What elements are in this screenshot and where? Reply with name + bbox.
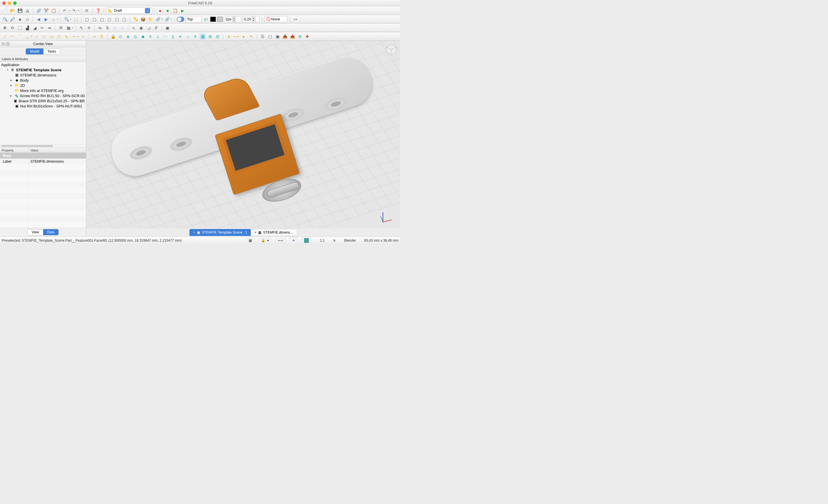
rotate-button[interactable]: ⟲ bbox=[9, 25, 15, 31]
face-color-swatch[interactable] bbox=[210, 17, 216, 22]
part-button[interactable]: 📦 bbox=[140, 16, 146, 22]
polygon-button[interactable]: ⬡ bbox=[56, 33, 62, 40]
macro-stop-button[interactable]: ■ bbox=[164, 7, 171, 14]
snap-lock-button[interactable]: 🔒 bbox=[110, 33, 116, 40]
fit-selection-button[interactable]: 🔎 bbox=[9, 16, 15, 22]
print-button[interactable]: 🖨 bbox=[24, 7, 31, 14]
dropdown-icon[interactable]: ▾ bbox=[171, 18, 172, 20]
add-to-group-button[interactable]: 📥 bbox=[282, 33, 288, 40]
view-bottom-button[interactable]: ▢ bbox=[114, 16, 120, 22]
slope-button[interactable]: ◿ bbox=[146, 25, 152, 31]
dropdown-icon[interactable]: ▾ bbox=[72, 27, 73, 29]
offset-button[interactable]: ◢ bbox=[32, 25, 38, 31]
navigation-cube[interactable] bbox=[385, 43, 398, 56]
dim-toggle-chip[interactable]: ⟷ bbox=[275, 238, 286, 243]
arc-button[interactable]: ◡ bbox=[24, 33, 31, 40]
refresh-button[interactable]: ⟳ bbox=[84, 7, 90, 14]
fillet-button[interactable]: ⌒ bbox=[17, 33, 23, 40]
view-top-button[interactable]: ▢ bbox=[91, 16, 97, 22]
ellipse-button[interactable]: ⬭ bbox=[41, 33, 47, 40]
wp-proxy-button[interactable]: ▢ bbox=[267, 33, 273, 40]
disclosure-icon[interactable]: ▶ bbox=[10, 94, 13, 97]
tab-view[interactable]: View bbox=[28, 229, 43, 235]
doc-tab-scene[interactable]: × ▣ STEMFIE Template Scene : 1 bbox=[190, 229, 251, 236]
label-tool-button[interactable]: ▸ bbox=[241, 33, 247, 40]
fill-mode-field[interactable]: 🚫 None bbox=[264, 16, 288, 22]
sublink-button[interactable]: 🔗 bbox=[164, 16, 170, 22]
snap-perp-button[interactable]: ⊥ bbox=[155, 33, 161, 40]
dropdown-icon[interactable]: ▾ bbox=[70, 18, 71, 20]
draft-to-sketch-button[interactable]: ◉ bbox=[138, 25, 144, 31]
line-width-field[interactable]: 2px ▴▾ bbox=[224, 16, 241, 22]
whats-this-button[interactable]: ❓ bbox=[95, 7, 101, 14]
move-button[interactable]: ✥ bbox=[2, 25, 8, 31]
nav-left-button[interactable]: ◀ bbox=[35, 16, 42, 22]
nav-right-button[interactable]: ▶ bbox=[43, 16, 49, 22]
snap-near-button[interactable]: ○ bbox=[184, 33, 191, 40]
disclosure-icon[interactable]: ▶ bbox=[10, 84, 13, 87]
view-front-button[interactable]: ▢ bbox=[84, 16, 90, 22]
dimension-button[interactable]: ⟷ bbox=[233, 33, 240, 40]
add-chip[interactable]: + bbox=[289, 237, 298, 244]
tree-item[interactable]: ▣Brace STR ERR BU1x5x0.25 - SPN-BR bbox=[0, 98, 86, 103]
dropdown-icon[interactable]: ▾ bbox=[57, 18, 58, 20]
3d-viewport[interactable]: × ▣ STEMFIE Template Scene : 1 × ▦ STEMF… bbox=[86, 41, 400, 236]
dropdown-icon[interactable]: ▾ bbox=[78, 35, 79, 38]
flip-dim-button[interactable]: ⇵ bbox=[153, 25, 159, 31]
rectangle-button[interactable]: ▭ bbox=[48, 33, 55, 40]
new-doc-button[interactable]: 📄 bbox=[2, 7, 8, 14]
snap-special-button[interactable]: ✦ bbox=[177, 33, 183, 40]
axo-button[interactable]: ◇ bbox=[24, 16, 31, 22]
snap-ortho-button[interactable]: # bbox=[192, 33, 198, 40]
join-button[interactable]: ⇆ bbox=[97, 25, 103, 31]
stepper-down-icon[interactable]: ▾ bbox=[232, 19, 236, 22]
split-button[interactable]: ⇅ bbox=[105, 25, 111, 31]
tag-button[interactable]: 🏷 bbox=[203, 16, 209, 22]
copy-button[interactable]: 📋 bbox=[50, 7, 57, 14]
shapestring-button[interactable]: S bbox=[98, 33, 105, 40]
line-opacity-field[interactable]: 0,20 ▴▾ bbox=[242, 16, 260, 22]
trimex-button[interactable]: ✂ bbox=[39, 25, 45, 31]
layer-button[interactable]: ☰ bbox=[259, 33, 266, 40]
tree-item[interactable]: ▶◆Body bbox=[0, 78, 86, 83]
line-button[interactable]: ／ bbox=[2, 33, 8, 40]
snap-ext-button[interactable]: ⋯ bbox=[162, 33, 168, 40]
toggle-display-button[interactable]: ▣ bbox=[274, 33, 281, 40]
circle-button[interactable]: ○ bbox=[33, 33, 40, 40]
doc-tab-dimensions[interactable]: × ▦ STEMFIE.dimens… bbox=[251, 229, 297, 236]
isometric-button[interactable]: ◈ bbox=[17, 16, 23, 22]
plane-toggle[interactable] bbox=[177, 17, 184, 22]
bezier-button[interactable]: ⤳ bbox=[71, 33, 77, 40]
macro-record-button[interactable]: ● bbox=[157, 7, 163, 14]
bspline-button[interactable]: ∿ bbox=[63, 33, 70, 40]
scale-button[interactable]: ⛶ bbox=[17, 25, 23, 31]
snap-parallel-button[interactable]: ∥ bbox=[170, 33, 176, 40]
autogroup-button[interactable]: ↦ bbox=[292, 16, 299, 22]
view-iso-button[interactable]: ⬚ bbox=[73, 16, 79, 22]
stepper-up-icon[interactable]: ▴ bbox=[252, 17, 256, 19]
snap-dim-button[interactable]: ⊟ bbox=[214, 33, 221, 40]
property-row[interactable]: Label STEMFIE.dimensions bbox=[0, 158, 86, 164]
shape2d-button[interactable]: ▣ bbox=[164, 25, 170, 31]
tab-data[interactable]: Data bbox=[43, 229, 58, 235]
group-button[interactable]: 📁 bbox=[147, 16, 154, 22]
wire-to-bspline-button[interactable]: ∿ bbox=[130, 25, 137, 31]
zoom-box-button[interactable]: 🔍 bbox=[63, 16, 70, 22]
macro-list-button[interactable]: 📋 bbox=[172, 7, 178, 14]
tree-item[interactable]: ▼🗎STEMFIE Template Scene bbox=[0, 67, 86, 73]
view-rear-button[interactable]: ▢ bbox=[106, 16, 113, 22]
view-right-button[interactable]: ▢ bbox=[98, 16, 105, 22]
fit-all-button[interactable]: 🔍 bbox=[2, 16, 8, 22]
close-tab-icon[interactable]: × bbox=[254, 230, 256, 234]
add-construction-button[interactable]: ⚙ bbox=[297, 33, 303, 40]
tab-model[interactable]: Model bbox=[26, 49, 43, 54]
working-plane-field[interactable]: Top bbox=[185, 16, 202, 22]
renderer-label[interactable]: Blender bbox=[339, 238, 361, 242]
save-button[interactable]: 💾 bbox=[17, 7, 23, 14]
tree-scrollbar[interactable] bbox=[0, 144, 86, 147]
stepper-down-icon[interactable]: ▾ bbox=[252, 19, 256, 22]
snap-angle-button[interactable]: ◆ bbox=[140, 33, 146, 40]
tab-tasks[interactable]: Tasks bbox=[43, 49, 60, 54]
upgrade-button[interactable]: ↑ bbox=[112, 25, 118, 31]
scale-label[interactable]: 1:1 bbox=[315, 238, 330, 242]
